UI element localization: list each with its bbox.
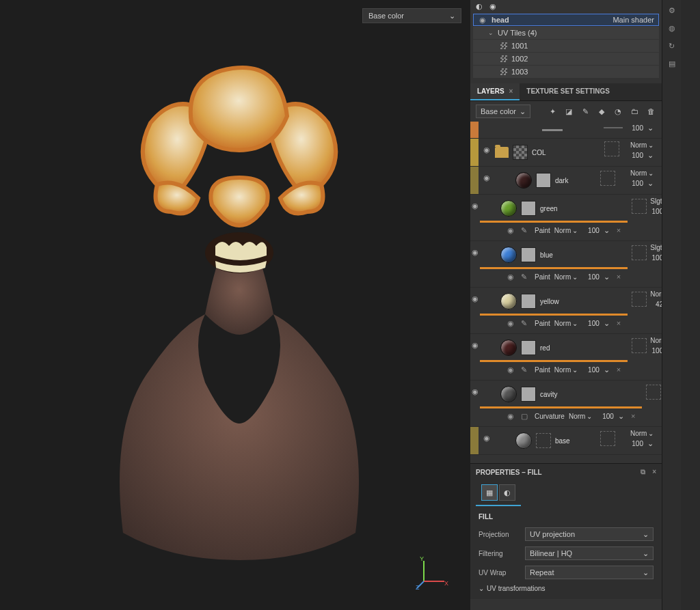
blend-mode-dropdown[interactable]: Norm⌄ (554, 320, 580, 327)
lightbulb-icon[interactable]: ◐ (476, 2, 483, 11)
brush-icon[interactable]: ✎ (580, 106, 591, 117)
visibility-icon[interactable]: ◉ (470, 248, 480, 257)
layer-row-base[interactable]: ◉ base Norm⌄ 100⌄ (470, 427, 662, 455)
layer-row-top[interactable]: 100⌄ (470, 122, 662, 139)
trash-icon[interactable]: 🗑 (645, 106, 656, 117)
layer-row-cavity[interactable]: ◉ cavity ◉ ▢ Curvature Norm⌄ 100⌄ × (470, 380, 662, 427)
layer-effect-paint[interactable]: ◉ ✎ Paint Norm⌄ 100⌄ × (480, 269, 628, 284)
layer-effect-paint[interactable]: ◉ ✎ Paint Norm⌄ 100⌄ × (480, 316, 628, 331)
blend-mode-dropdown[interactable]: Norm⌄ (630, 141, 658, 149)
blend-mode-dropdown[interactable]: Norm⌄ (554, 366, 580, 374)
chevron-down-icon[interactable]: ⌄ (647, 179, 654, 188)
layer-row-blue[interactable]: ◉ blue ◉ ✎ Paint Norm⌄ 100⌄ × Slgt⌄ (470, 241, 662, 288)
uv-transformations-header[interactable]: ⌄ UV transformations (479, 585, 654, 592)
remove-icon[interactable]: × (614, 365, 623, 374)
layer-effect-curvature[interactable]: ◉ ▢ Curvature Norm⌄ 100⌄ × (480, 408, 642, 424)
bucket-icon[interactable]: ◆ (596, 106, 607, 117)
visibility-icon[interactable]: ◉ (478, 16, 487, 25)
mask-slot[interactable] (646, 385, 661, 400)
layer-row-green[interactable]: ◉ green ◉ ✎ Paint Norm⌄ 100⌄ × Slgt (470, 195, 662, 241)
close-icon[interactable]: × (652, 468, 656, 476)
mask-thumbnail[interactable] (521, 340, 536, 355)
layer-row-yellow[interactable]: ◉ yellow ◉ ✎ Paint Norm⌄ 100⌄ × Nor (470, 288, 662, 334)
mask-slot[interactable] (632, 292, 647, 307)
mask-thumbnail[interactable] (521, 201, 536, 216)
visibility-icon[interactable]: ◉ (482, 434, 492, 443)
mask-slot[interactable] (632, 245, 647, 260)
smart-material-icon[interactable]: ◔ (612, 106, 623, 117)
chevron-down-icon[interactable]: ⌄ (647, 439, 654, 448)
remove-icon[interactable]: × (614, 273, 623, 281)
blend-mode-dropdown[interactable]: Norm⌄ (569, 413, 595, 420)
layer-effect-paint[interactable]: ◉ ✎ Paint Norm⌄ 100⌄ × (480, 223, 628, 238)
folder-icon[interactable]: 🗀 (629, 106, 640, 117)
visibility-icon[interactable]: ◉ (470, 341, 480, 350)
remove-icon[interactable]: × (628, 412, 638, 420)
visibility-icon[interactable]: ◉ (507, 273, 517, 281)
uv-tiles-row[interactable]: ⌄ UV Tiles (4) (473, 27, 659, 39)
history-icon[interactable]: ↻ (666, 40, 678, 52)
blend-mode-dropdown[interactable]: Slgt⌄ (650, 244, 662, 251)
layer-folder-col[interactable]: ◉ COL Norm⌄ 100⌄ (470, 139, 662, 167)
visibility-icon[interactable]: ◉ (507, 365, 517, 374)
mask-thumbnail[interactable] (521, 387, 536, 402)
projection-dropdown[interactable]: UV projection ⌄ (525, 527, 654, 541)
blend-mode-dropdown[interactable]: Norm⌄ (650, 290, 662, 298)
uv-tile-1003[interactable]: 1003 (473, 66, 659, 78)
tab-layers[interactable]: LAYERS × (470, 83, 520, 100)
page-icon[interactable]: ▤ (666, 57, 678, 70)
close-icon[interactable]: × (509, 87, 513, 95)
visibility-icon[interactable]: ◉ (470, 294, 480, 303)
remove-icon[interactable]: × (614, 319, 623, 327)
blend-mode-dropdown[interactable]: Norm⌄ (630, 430, 658, 437)
visibility-icon[interactable]: ◉ (470, 202, 480, 210)
uvwrap-dropdown[interactable]: Repeat ⌄ (525, 566, 654, 579)
mask-thumbnail[interactable] (536, 173, 551, 188)
chevron-down-icon[interactable]: ⌄ (647, 151, 654, 160)
mask-slot[interactable] (600, 431, 615, 446)
eye-icon[interactable]: ◉ (489, 2, 496, 11)
layers-channel-dropdown[interactable]: Base color ⌄ (476, 105, 530, 118)
mask-slot[interactable] (632, 338, 647, 353)
wand-icon[interactable]: ✦ (547, 106, 558, 117)
mode-material-button[interactable]: ◐ (499, 484, 515, 501)
folder-icon (495, 147, 509, 158)
visibility-icon[interactable]: ◉ (507, 412, 517, 421)
popout-icon[interactable]: ⧉ (641, 468, 645, 476)
blend-mode-dropdown[interactable]: Norm⌄ (650, 337, 662, 344)
layers-tool-icons: ✦ ◪ ✎ ◆ ◔ 🗀 🗑 (547, 106, 656, 117)
prop-uvwrap: UV Wrap Repeat ⌄ (479, 566, 654, 579)
viewport-channel-label: Base color (368, 12, 404, 20)
blend-mode-dropdown[interactable]: Slgt⌄ (650, 197, 662, 205)
mask-slot[interactable] (632, 199, 647, 214)
gear-icon[interactable]: ⚙ (666, 4, 678, 16)
mask-slot[interactable] (600, 171, 615, 186)
mask-thumbnail[interactable] (521, 294, 536, 309)
visibility-icon[interactable]: ◉ (482, 174, 492, 182)
blend-mode-dropdown[interactable]: Norm⌄ (554, 273, 580, 281)
filtering-dropdown[interactable]: Bilinear | HQ ⌄ (525, 546, 654, 560)
visibility-icon[interactable]: ◉ (507, 319, 517, 328)
visibility-icon[interactable]: ◉ (482, 145, 492, 154)
tab-texture-set-settings[interactable]: TEXTURE SET SETTINGS (520, 83, 617, 100)
visibility-icon[interactable]: ◉ (507, 226, 517, 235)
chevron-down-icon[interactable]: ⌄ (647, 124, 654, 133)
blend-mode-dropdown[interactable]: Norm⌄ (554, 227, 580, 234)
viewport-3d[interactable]: Base color ⌄ (0, 0, 470, 610)
mask-thumbnail[interactable] (536, 433, 551, 448)
remove-icon[interactable]: × (614, 226, 623, 234)
layer-row-red[interactable]: ◉ red ◉ ✎ Paint Norm⌄ 100⌄ × Norm⌄ (470, 334, 662, 380)
mask-thumbnail[interactable] (521, 247, 536, 262)
texture-set-head[interactable]: ◉ head Main shader (473, 14, 659, 26)
uv-tile-1002[interactable]: 1002 (473, 53, 659, 65)
viewport-channel-dropdown[interactable]: Base color ⌄ (362, 8, 461, 23)
visibility-icon[interactable]: ◉ (470, 387, 480, 396)
mode-fill-button[interactable]: ▦ (481, 484, 498, 501)
globe-icon[interactable]: ◍ (666, 22, 678, 34)
layer-row-dark[interactable]: ◉ dark Norm⌄ 100⌄ (470, 167, 662, 195)
mask-slot[interactable] (604, 141, 619, 156)
uv-tile-1001[interactable]: 1001 (473, 40, 659, 52)
mask-icon[interactable]: ◪ (563, 106, 574, 117)
blend-mode-dropdown[interactable]: Norm⌄ (630, 169, 658, 177)
layer-effect-paint[interactable]: ◉ ✎ Paint Norm⌄ 100⌄ × (480, 362, 628, 377)
